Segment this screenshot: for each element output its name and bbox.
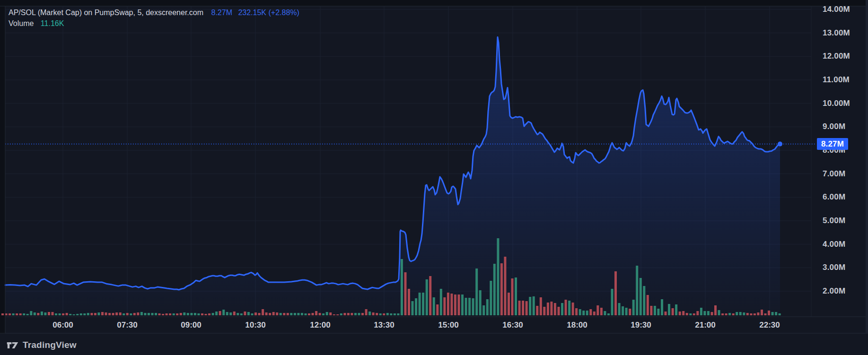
time-tick-label: 07:30 <box>117 320 137 330</box>
time-tick-label: 13:30 <box>374 320 394 330</box>
time-tick-label: 21:00 <box>695 320 715 330</box>
last-price-value: 8.27M <box>211 9 232 17</box>
price-tick-label: 4.00M <box>823 240 845 249</box>
price-tick-label: 3.00M <box>823 263 845 272</box>
price-axis[interactable]: 14.00M13.00M12.00M11.00M10.00M9.00M8.00M… <box>811 6 868 317</box>
tradingview-link[interactable]: TradingView <box>7 338 77 352</box>
price-tick-label: 2.00M <box>823 286 845 296</box>
price-tick-label: 10.00M <box>823 99 850 108</box>
time-tick-label: 09:00 <box>181 320 201 330</box>
time-tick-label: 15:00 <box>438 320 458 330</box>
chart-widget: AP/SOL (Market Cap) on PumpSwap, 5, dexs… <box>0 0 868 355</box>
last-price-badge: 8.27M <box>817 138 848 150</box>
price-tick-label: 12.00M <box>823 52 850 61</box>
price-tick-label: 9.00M <box>823 122 845 131</box>
price-tick-label: 14.00M <box>823 5 850 14</box>
price-tick-label: 6.00M <box>823 192 845 202</box>
price-chart-canvas[interactable] <box>0 0 868 355</box>
time-tick-label: 12:00 <box>310 320 330 330</box>
time-tick-label: 22:30 <box>759 320 780 330</box>
price-tick-label: 11.00M <box>823 75 850 85</box>
legend-symbol-row: AP/SOL (Market Cap) on PumpSwap, 5, dexs… <box>9 8 299 18</box>
price-tick-label: 5.00M <box>823 216 845 225</box>
volume-value: 11.16K <box>41 19 64 27</box>
volume-label[interactable]: Volume <box>9 19 34 27</box>
tradingview-brand-text: TradingView <box>23 340 77 350</box>
chart-legend: AP/SOL (Market Cap) on PumpSwap, 5, dexs… <box>9 8 299 29</box>
price-change-value: 232.15K (+2.88%) <box>238 9 299 17</box>
legend-volume-row: Volume 11.16K <box>9 18 299 29</box>
time-tick-label: 16:30 <box>502 320 523 330</box>
symbol-title[interactable]: AP/SOL (Market Cap) on PumpSwap, 5, dexs… <box>9 9 203 17</box>
time-tick-label: 10:30 <box>245 320 265 330</box>
tradingview-logo-icon <box>7 340 18 350</box>
price-tick-label: 7.00M <box>823 169 845 179</box>
time-tick-label: 19:30 <box>631 320 651 330</box>
price-tick-label: 13.00M <box>823 28 850 38</box>
time-tick-label: 18:00 <box>567 320 587 330</box>
time-axis[interactable]: 06:0007:3009:0010:3012:0013:3015:0016:30… <box>0 317 868 333</box>
time-tick-label: 06:00 <box>53 320 73 330</box>
